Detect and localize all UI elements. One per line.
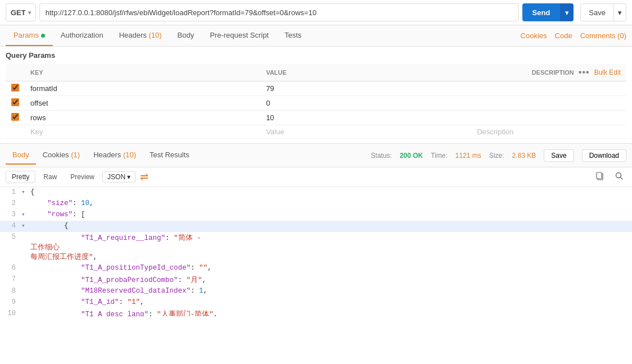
table-row: offset 0 (6, 96, 626, 111)
resp-tab-body[interactable]: Body (6, 146, 36, 165)
tab-tests[interactable]: Tests (277, 25, 309, 46)
line-number: 7 (0, 274, 21, 283)
table-row: rows 10 (6, 111, 626, 125)
save-arrow-button[interactable]: ▾ (614, 3, 626, 21)
line-toggle[interactable] (21, 198, 30, 199)
param-key-0: formatId (25, 81, 260, 96)
svg-line-3 (621, 178, 623, 180)
placeholder-key[interactable]: Key (25, 125, 260, 139)
status-label: Status: (371, 152, 392, 160)
line-toggle[interactable] (21, 286, 30, 287)
param-checkbox-0[interactable] (11, 84, 19, 92)
line-number: 1 (0, 187, 21, 196)
line-content: { (30, 221, 632, 231)
preview-button[interactable]: Preview (65, 171, 100, 183)
resp-save-button[interactable]: Save (544, 149, 574, 162)
param-value-1: 0 (260, 96, 471, 111)
line-toggle[interactable] (21, 308, 30, 310)
line-toggle[interactable]: ▾ (21, 221, 30, 229)
status-value: 200 OK (400, 152, 423, 160)
url-input[interactable] (39, 3, 519, 21)
more-icon[interactable]: ••• (579, 67, 590, 78)
raw-button[interactable]: Raw (38, 171, 62, 183)
bulk-edit-button[interactable]: Bulk Edit (594, 69, 621, 76)
send-btn-group: Send ▾ (522, 3, 574, 21)
line-toggle[interactable]: ▾ (21, 187, 30, 195)
tab-params[interactable]: Params (6, 25, 53, 46)
line-number: 6 (0, 263, 21, 272)
toolbar-right (593, 170, 626, 184)
param-desc-2 (471, 111, 626, 125)
placeholder-description[interactable]: Description (471, 125, 626, 139)
method-label: GET (11, 8, 26, 17)
line-toggle[interactable] (21, 232, 30, 233)
line-number: 9 (0, 297, 21, 306)
json-line: 10 "T1_A_desc_lang": "人事部门-简体", (0, 308, 632, 316)
query-params-section: Query Params KEY VALUE DESCRIPTION ••• B… (0, 47, 632, 143)
param-checkbox-1[interactable] (11, 98, 19, 106)
json-line: 8 "M18ReservedCol_dataIndex": 1, (0, 286, 632, 297)
col-key: KEY (25, 64, 260, 81)
col-value: VALUE (260, 64, 471, 81)
tab-body[interactable]: Body (170, 25, 202, 46)
param-checkbox-2[interactable] (11, 113, 19, 121)
tab-prerequest[interactable]: Pre-request Script (202, 25, 277, 46)
line-toggle[interactable] (21, 297, 30, 298)
pretty-button[interactable]: Pretty (6, 171, 35, 183)
method-chevron: ▾ (28, 10, 31, 16)
tab-authorization[interactable]: Authorization (53, 25, 111, 46)
comments-link[interactable]: Comments (0) (580, 31, 626, 40)
line-content: "T1_A_id": "1", (30, 297, 632, 307)
line-number: 10 (0, 308, 21, 316)
save-button[interactable]: Save (580, 3, 614, 21)
line-content: { (30, 187, 632, 197)
code-link[interactable]: Code (555, 31, 572, 40)
param-value-2: 10 (260, 111, 471, 125)
resp-tab-headers[interactable]: Headers (10) (87, 146, 143, 165)
line-number: 8 (0, 286, 21, 295)
search-button[interactable] (612, 170, 626, 184)
line-content: "T1_A_desc_lang": "人事部门-简体", (30, 308, 632, 316)
code-toolbar: Pretty Raw Preview JSON ▾ ⇌ (0, 167, 632, 187)
param-desc-1 (471, 96, 626, 111)
placeholder-value[interactable]: Value (260, 125, 471, 139)
resp-tab-cookies[interactable]: Cookies (1) (36, 146, 87, 165)
json-line: 9 "T1_A_id": "1", (0, 297, 632, 308)
send-button[interactable]: Send (522, 3, 561, 21)
query-params-title: Query Params (6, 51, 626, 60)
col-description: DESCRIPTION ••• Bulk Edit (471, 64, 626, 81)
json-line: 3 ▾ "rows": [ (0, 210, 632, 221)
line-toggle[interactable] (21, 274, 30, 275)
param-key-1: offset (25, 96, 260, 111)
cookies-link[interactable]: Cookies (521, 31, 547, 40)
time-label: Time: (431, 152, 448, 160)
time-value: 1121 ms (455, 152, 481, 160)
params-table: KEY VALUE DESCRIPTION ••• Bulk Edit form… (6, 64, 626, 139)
line-content: "size": 10, (30, 198, 632, 208)
resp-tab-test-results[interactable]: Test Results (143, 146, 196, 165)
line-number: 4 (0, 221, 21, 230)
line-content: "T1_A_require__lang": "简体 -工作细心每周汇报工作进度"… (30, 232, 632, 263)
line-toggle[interactable] (21, 263, 30, 264)
send-arrow-button[interactable]: ▾ (560, 3, 574, 21)
resp-download-button[interactable]: Download (582, 149, 626, 162)
json-chevron: ▾ (127, 173, 130, 181)
json-line: 4 ▾ { (0, 221, 632, 232)
json-line: 7 "T1_A_probaPeriodCombo": "月", (0, 274, 632, 286)
line-number: 2 (0, 198, 21, 207)
param-key-2: rows (25, 111, 260, 125)
param-value-0: 79 (260, 81, 471, 96)
tab-headers[interactable]: Headers (10) (111, 25, 170, 46)
resp-status: Status: 200 OK Time: 1121 ms Size: 2.83 … (371, 149, 626, 162)
wrap-icon[interactable]: ⇌ (140, 171, 148, 183)
json-line: 2 "size": 10, (0, 198, 632, 210)
method-select[interactable]: GET ▾ (6, 3, 36, 21)
line-toggle[interactable]: ▾ (21, 210, 30, 218)
save-btn-group: Save ▾ (580, 3, 626, 21)
json-viewer: 1 ▾ { 2 "size": 10, 3 ▾ "rows": [ 4 ▾ { … (0, 187, 632, 316)
json-line: 1 ▾ { (0, 187, 632, 198)
copy-button[interactable] (593, 170, 607, 184)
response-bar: Body Cookies (1) Headers (10) Test Resul… (0, 143, 632, 167)
json-format-select[interactable]: JSON ▾ (102, 171, 136, 183)
svg-rect-1 (597, 172, 602, 179)
